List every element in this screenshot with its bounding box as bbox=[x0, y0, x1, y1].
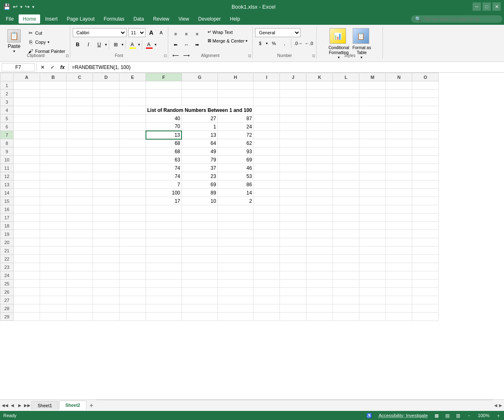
cell-C27[interactable] bbox=[67, 296, 93, 304]
cell-B11[interactable] bbox=[40, 164, 67, 172]
cell-K9[interactable] bbox=[306, 147, 333, 156]
name-box[interactable] bbox=[2, 63, 35, 71]
cell-A17[interactable] bbox=[14, 214, 40, 222]
cell-K11[interactable] bbox=[306, 164, 333, 172]
sheet-tab-2[interactable]: Sheet2 bbox=[59, 401, 86, 410]
grow-font-button[interactable]: A bbox=[147, 28, 155, 37]
row-header-11[interactable]: 11 bbox=[0, 164, 14, 172]
align-top-right-button[interactable]: ≡ bbox=[192, 29, 202, 39]
cell-D22[interactable] bbox=[93, 255, 119, 263]
cell-N16[interactable] bbox=[386, 205, 412, 214]
cell-I23[interactable] bbox=[253, 263, 280, 271]
cell-C1[interactable] bbox=[67, 81, 93, 90]
cell-D11[interactable] bbox=[93, 164, 119, 172]
cell-E26[interactable] bbox=[119, 288, 146, 296]
cell-C2[interactable] bbox=[67, 90, 93, 98]
bold-button[interactable]: B bbox=[73, 40, 83, 50]
cell-J24[interactable] bbox=[280, 271, 306, 280]
cell-G29[interactable] bbox=[182, 313, 217, 321]
grid-container[interactable]: A B C D E F G H I J K L M N O bbox=[0, 73, 504, 399]
cell-G5[interactable]: 27 bbox=[182, 114, 217, 123]
cell-L15[interactable] bbox=[333, 197, 359, 205]
row-header-23[interactable]: 23 bbox=[0, 263, 14, 271]
cell-G1[interactable] bbox=[182, 81, 217, 90]
cell-K6[interactable] bbox=[306, 123, 333, 131]
row-header-19[interactable]: 19 bbox=[0, 230, 14, 238]
cell-I13[interactable] bbox=[253, 180, 280, 189]
accessibility-text[interactable]: Accessibility: Investigate bbox=[379, 413, 428, 418]
cell-G11[interactable]: 37 bbox=[182, 164, 217, 172]
cell-K16[interactable] bbox=[306, 205, 333, 214]
cell-I25[interactable] bbox=[253, 280, 280, 288]
cell-A13[interactable] bbox=[14, 180, 40, 189]
cell-D25[interactable] bbox=[93, 280, 119, 288]
increase-indent-button[interactable]: ⟶ bbox=[182, 50, 191, 60]
cell-O3[interactable] bbox=[412, 98, 439, 106]
cell-L25[interactable] bbox=[333, 280, 359, 288]
cell-A27[interactable] bbox=[14, 296, 40, 304]
cell-E6[interactable] bbox=[119, 123, 146, 131]
menu-insert[interactable]: Insert bbox=[41, 14, 62, 24]
underline-button[interactable]: U bbox=[94, 40, 104, 50]
menu-view[interactable]: View bbox=[174, 14, 193, 24]
cell-N9[interactable] bbox=[386, 147, 412, 156]
row-header-21[interactable]: 21 bbox=[0, 247, 14, 255]
cell-A18[interactable] bbox=[14, 222, 40, 230]
cell-K24[interactable] bbox=[306, 271, 333, 280]
cell-E12[interactable] bbox=[119, 172, 146, 180]
cell-B13[interactable] bbox=[40, 180, 67, 189]
cell-D16[interactable] bbox=[93, 205, 119, 214]
cell-G23[interactable] bbox=[182, 263, 217, 271]
row-header-5[interactable]: 5 bbox=[0, 114, 14, 123]
number-expand-icon[interactable]: ⊡ bbox=[312, 54, 315, 58]
minimize-button[interactable]: ─ bbox=[473, 2, 481, 11]
cell-F14[interactable]: 100 bbox=[146, 189, 182, 197]
cell-G2[interactable] bbox=[182, 90, 217, 98]
cell-B2[interactable] bbox=[40, 90, 67, 98]
view-pagebreak-icon[interactable]: ▥ bbox=[456, 413, 460, 418]
cell-A23[interactable] bbox=[14, 263, 40, 271]
view-normal-icon[interactable]: ▦ bbox=[435, 413, 439, 418]
cell-M24[interactable] bbox=[359, 271, 386, 280]
cell-D12[interactable] bbox=[93, 172, 119, 180]
cell-H12[interactable]: 53 bbox=[217, 172, 253, 180]
cell-H18[interactable] bbox=[217, 222, 253, 230]
cell-F19[interactable] bbox=[146, 230, 182, 238]
cell-B26[interactable] bbox=[40, 288, 67, 296]
cell-O29[interactable] bbox=[412, 313, 439, 321]
cell-K22[interactable] bbox=[306, 255, 333, 263]
cell-F16[interactable] bbox=[146, 205, 182, 214]
cell-J5[interactable] bbox=[280, 114, 306, 123]
menu-formulas[interactable]: Formulas bbox=[100, 14, 129, 24]
cell-A12[interactable] bbox=[14, 172, 40, 180]
col-header-J[interactable]: J bbox=[280, 73, 306, 81]
cell-L5[interactable] bbox=[333, 114, 359, 123]
cell-L13[interactable] bbox=[333, 180, 359, 189]
cell-B10[interactable] bbox=[40, 156, 67, 164]
percent-button[interactable]: % bbox=[269, 38, 279, 48]
cell-G15[interactable]: 10 bbox=[182, 197, 217, 205]
cell-C11[interactable] bbox=[67, 164, 93, 172]
cell-A6[interactable] bbox=[14, 123, 40, 131]
cell-E24[interactable] bbox=[119, 271, 146, 280]
cell-M16[interactable] bbox=[359, 205, 386, 214]
row-header-20[interactable]: 20 bbox=[0, 238, 14, 247]
cell-M7[interactable] bbox=[359, 131, 386, 139]
cell-L26[interactable] bbox=[333, 288, 359, 296]
cell-C6[interactable] bbox=[67, 123, 93, 131]
cell-L22[interactable] bbox=[333, 255, 359, 263]
cell-F10[interactable]: 63 bbox=[146, 156, 182, 164]
cell-A21[interactable] bbox=[14, 247, 40, 255]
cell-K13[interactable] bbox=[306, 180, 333, 189]
cell-A29[interactable] bbox=[14, 313, 40, 321]
cell-F1[interactable] bbox=[146, 81, 182, 90]
cell-E15[interactable] bbox=[119, 197, 146, 205]
menu-home[interactable]: Home bbox=[19, 14, 40, 24]
cell-L3[interactable] bbox=[333, 98, 359, 106]
cell-G7[interactable]: 13 bbox=[182, 131, 217, 139]
menu-page-layout[interactable]: Page Layout bbox=[62, 14, 98, 24]
cell-H8[interactable]: 62 bbox=[217, 139, 253, 147]
cell-D7[interactable] bbox=[93, 131, 119, 139]
cell-K5[interactable] bbox=[306, 114, 333, 123]
cell-I14[interactable] bbox=[253, 189, 280, 197]
